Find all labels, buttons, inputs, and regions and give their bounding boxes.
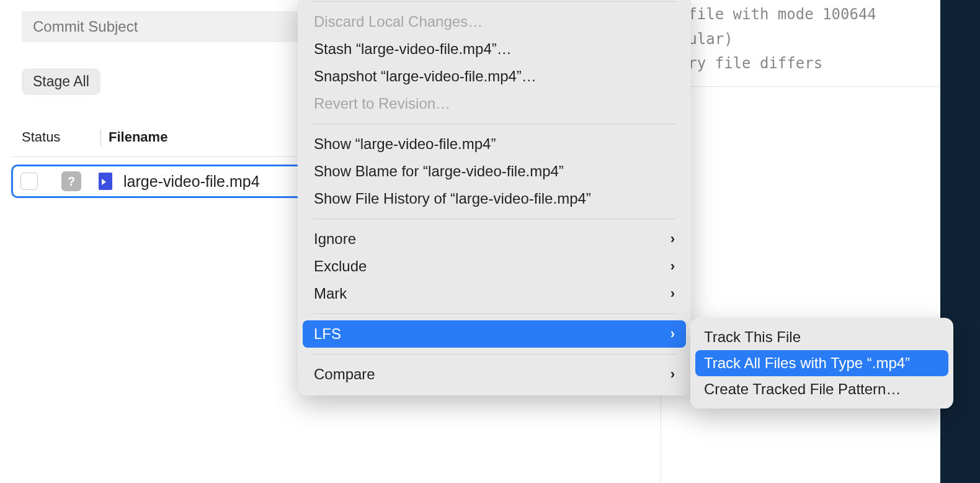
menu-snapshot[interactable]: Snapshot “large-video-file.mp4”…: [303, 63, 686, 90]
menu-label: Stash “large-video-file.mp4”…: [314, 40, 512, 58]
menu-separator: [313, 1, 676, 2]
column-filename[interactable]: Filename: [109, 129, 167, 147]
chevron-right-icon: ›: [670, 231, 675, 247]
menu-compare[interactable]: Compare ›: [303, 361, 686, 388]
menu-exclude[interactable]: Exclude ›: [303, 253, 686, 280]
menu-label: Show “large-video-file.mp4”: [314, 135, 496, 153]
menu-separator: [313, 124, 676, 124]
menu-label: Snapshot “large-video-file.mp4”…: [314, 68, 537, 85]
chevron-right-icon: ›: [670, 326, 675, 342]
submenu-track-this-file[interactable]: Track This File: [695, 324, 948, 350]
diff-text: ew file with mode 100644 Regular) inary …: [661, 0, 980, 76]
file-name-label: large-video-file.mp4: [123, 173, 260, 191]
chevron-right-icon: ›: [670, 286, 675, 302]
menu-label: LFS: [314, 325, 341, 343]
status-badge-untracked: ?: [61, 171, 81, 191]
menu-separator: [313, 354, 676, 354]
diff-line: ew file with mode 100644: [661, 6, 876, 23]
menu-revert[interactable]: Revert to Revision…: [303, 90, 686, 117]
menu-label: Revert to Revision…: [314, 95, 450, 112]
menu-label: Compare: [314, 366, 375, 383]
menu-ignore[interactable]: Ignore ›: [303, 225, 686, 253]
menu-discard-changes[interactable]: Discard Local Changes…: [303, 8, 686, 35]
column-divider: [100, 129, 101, 147]
window-edge: [940, 0, 980, 483]
menu-label: Ignore: [314, 230, 356, 248]
menu-show-history[interactable]: Show File History of “large-video-file.m…: [303, 185, 686, 212]
menu-label: Show Blame for “large-video-file.mp4”: [314, 163, 564, 180]
column-status[interactable]: Status: [22, 129, 100, 147]
chevron-right-icon: ›: [670, 258, 675, 274]
chevron-right-icon: ›: [670, 366, 675, 382]
menu-show-blame[interactable]: Show Blame for “large-video-file.mp4”: [303, 158, 686, 185]
menu-label: Show File History of “large-video-file.m…: [314, 190, 591, 207]
file-list-header: Status Filename: [22, 129, 167, 147]
stage-all-button[interactable]: Stage All: [22, 68, 100, 95]
diff-pane: ew file with mode 100644 Regular) inary …: [661, 0, 980, 483]
menu-label: Discard Local Changes…: [314, 13, 483, 30]
menu-mark[interactable]: Mark ›: [303, 280, 686, 307]
menu-label: Mark: [314, 285, 347, 302]
submenu-track-all-type[interactable]: Track All Files with Type “.mp4”: [695, 350, 948, 376]
lfs-submenu: Track This File Track All Files with Typ…: [690, 318, 953, 409]
menu-show-file[interactable]: Show “large-video-file.mp4”: [303, 130, 686, 158]
stage-checkbox[interactable]: [20, 173, 38, 190]
menu-separator: [313, 314, 676, 314]
diff-rule: [661, 86, 980, 87]
submenu-create-pattern[interactable]: Create Tracked File Pattern…: [695, 376, 948, 402]
context-menu: Discard Local Changes… Stash “large-vide…: [298, 0, 691, 395]
menu-stash[interactable]: Stash “large-video-file.mp4”…: [303, 35, 686, 63]
menu-lfs[interactable]: LFS ›: [303, 320, 686, 348]
menu-label: Exclude: [314, 258, 367, 275]
file-icon: [99, 173, 112, 190]
menu-separator: [313, 219, 676, 219]
